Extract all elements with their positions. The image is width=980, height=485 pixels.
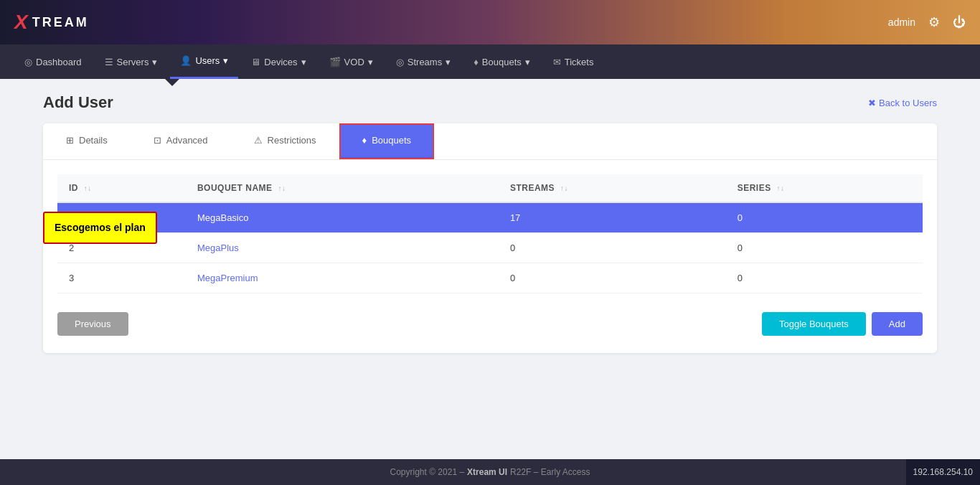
servers-chevron-icon: ▾	[152, 57, 157, 67]
nav-bar: ◎ Dashboard ☰ Servers ▾ 👤 Users ▾ 🖥 Devi…	[0, 44, 980, 79]
footer: Copyright © 2021 – Xtream UI R22F – Earl…	[0, 459, 980, 485]
tab-restrictions[interactable]: ⚠ Restrictions	[231, 123, 339, 159]
sort-icon-id: ↑↓	[84, 184, 92, 192]
username-label: admin	[888, 17, 915, 28]
nav-label-dashboard: Dashboard	[36, 57, 82, 67]
devices-chevron-icon: ▾	[301, 57, 306, 67]
logo-text: TREAM	[32, 15, 89, 30]
cell-series: 0	[726, 202, 923, 233]
restrictions-tab-icon: ⚠	[254, 135, 263, 146]
sort-icon-name: ↑↓	[278, 184, 286, 192]
bouquets-tab-icon: ♦	[362, 135, 367, 146]
footer-version: R22F – Early Access	[510, 467, 590, 477]
nav-item-dashboard[interactable]: ◎ Dashboard	[14, 44, 92, 79]
cell-bouquet-name: MegaPlus	[186, 233, 499, 263]
sort-icon-series: ↑↓	[777, 184, 785, 192]
sort-icon-streams: ↑↓	[560, 184, 568, 192]
col-header-id: ID ↑↓	[57, 174, 186, 202]
tab-advanced[interactable]: ⊡ Advanced	[131, 123, 231, 159]
header-right: admin ⚙ ⏻	[888, 14, 966, 30]
toggle-bouquets-button[interactable]: Toggle Bouquets	[762, 312, 866, 336]
cell-bouquet-name: MegaPremium	[186, 263, 499, 293]
tab-bouquets[interactable]: ♦ Bouquets	[339, 123, 435, 159]
table-container: ID ↑↓ BOUQUET NAME ↑↓ STREAMS ↑↓ SERIE	[43, 160, 937, 301]
back-to-users-link[interactable]: ✖ Back to Users	[868, 98, 937, 108]
nav-label-streams: Streams	[407, 57, 442, 67]
back-link-label: Back to Users	[879, 98, 937, 108]
nav-label-devices: Devices	[264, 57, 297, 67]
cell-series: 0	[726, 263, 923, 293]
col-header-series: SERIES ↑↓	[726, 174, 923, 202]
footer-copyright: Copyright © 2021 –	[390, 467, 465, 477]
bottom-actions: Previous Toggle Bouquets Add	[43, 301, 937, 336]
table-row[interactable]: 3 MegaPremium 0 0	[57, 263, 923, 293]
streams-icon: ◎	[396, 57, 404, 67]
nav-item-streams[interactable]: ◎ Streams ▾	[386, 44, 461, 79]
add-button[interactable]: Add	[872, 312, 923, 336]
logo: X TREAM	[14, 11, 89, 34]
nav-label-users: Users	[195, 55, 220, 66]
bouquets-nav-icon: ♦	[473, 57, 479, 67]
top-header: X TREAM admin ⚙ ⏻	[0, 0, 980, 44]
tab-details[interactable]: ⊞ Details	[43, 123, 131, 159]
nav-item-devices[interactable]: 🖥 Devices ▾	[241, 44, 316, 79]
nav-item-servers[interactable]: ☰ Servers ▾	[95, 44, 168, 79]
cell-streams: 0	[499, 233, 726, 263]
cell-series: 0	[726, 233, 923, 263]
table-row[interactable]: 1 MegaBasico 17 0	[57, 202, 923, 233]
tab-details-label: Details	[79, 135, 108, 146]
vod-icon: 🎬	[329, 57, 341, 67]
cell-bouquet-name: MegaBasico	[186, 202, 499, 233]
streams-chevron-icon: ▾	[446, 57, 451, 67]
previous-button[interactable]: Previous	[57, 312, 128, 336]
footer-app-name: Xtream UI	[467, 467, 507, 477]
tab-restrictions-label: Restrictions	[268, 135, 316, 146]
settings-icon[interactable]: ⚙	[928, 14, 940, 30]
nav-item-bouquets[interactable]: ♦ Bouquets ▾	[463, 44, 540, 79]
tickets-icon: ✉	[553, 57, 561, 67]
nav-label-vod: VOD	[344, 57, 364, 67]
table-row[interactable]: 2 MegaPlus 0 0	[57, 233, 923, 263]
tab-bar: ⊞ Details ⊡ Advanced ⚠ Restrictions ♦ Bo…	[43, 123, 937, 160]
dashboard-icon: ◎	[24, 57, 32, 67]
details-tab-icon: ⊞	[66, 135, 74, 146]
vod-chevron-icon: ▾	[368, 57, 373, 67]
servers-icon: ☰	[105, 57, 113, 67]
nav-label-servers: Servers	[117, 57, 149, 67]
tab-advanced-label: Advanced	[166, 135, 208, 146]
main-card: ⊞ Details ⊡ Advanced ⚠ Restrictions ♦ Bo…	[43, 123, 937, 353]
users-icon: 👤	[180, 55, 192, 66]
devices-icon: 🖥	[251, 57, 260, 67]
nav-item-users[interactable]: 👤 Users ▾	[170, 44, 238, 79]
back-link-icon: ✖	[868, 98, 876, 108]
logo-x-icon: X	[14, 11, 28, 34]
nav-item-vod[interactable]: 🎬 VOD ▾	[319, 44, 383, 79]
power-icon[interactable]: ⏻	[953, 15, 966, 30]
footer-ip: 192.168.254.10	[906, 459, 980, 485]
bouquets-table: ID ↑↓ BOUQUET NAME ↑↓ STREAMS ↑↓ SERIE	[57, 174, 923, 293]
right-buttons: Toggle Bouquets Add	[762, 312, 923, 336]
cell-streams: 17	[499, 202, 726, 233]
page-header: Add User ✖ Back to Users	[43, 93, 937, 112]
users-chevron-icon: ▾	[223, 55, 228, 66]
main-content: Add User ✖ Back to Users ⊞ Details ⊡ Adv…	[0, 79, 980, 459]
annotation-text: Escogemos el plan	[55, 222, 146, 233]
nav-label-tickets: Tickets	[565, 57, 594, 67]
table-body: 1 MegaBasico 17 0 2 MegaPlus 0 0 3 MegaP…	[57, 202, 923, 293]
nav-label-bouquets: Bouquets	[482, 57, 522, 67]
nav-dropdown-arrow	[165, 79, 179, 86]
bouquets-chevron-icon: ▾	[525, 57, 530, 67]
cell-streams: 0	[499, 263, 726, 293]
col-header-bouquet-name: BOUQUET NAME ↑↓	[186, 174, 499, 202]
advanced-tab-icon: ⊡	[154, 135, 161, 146]
page-title: Add User	[43, 93, 113, 112]
col-header-streams: STREAMS ↑↓	[499, 174, 726, 202]
annotation-box: Escogemos el plan	[43, 212, 157, 244]
tab-bouquets-label: Bouquets	[372, 135, 411, 146]
cell-id: 3	[57, 263, 186, 293]
table-header-row: ID ↑↓ BOUQUET NAME ↑↓ STREAMS ↑↓ SERIE	[57, 174, 923, 202]
nav-item-tickets[interactable]: ✉ Tickets	[543, 44, 604, 79]
